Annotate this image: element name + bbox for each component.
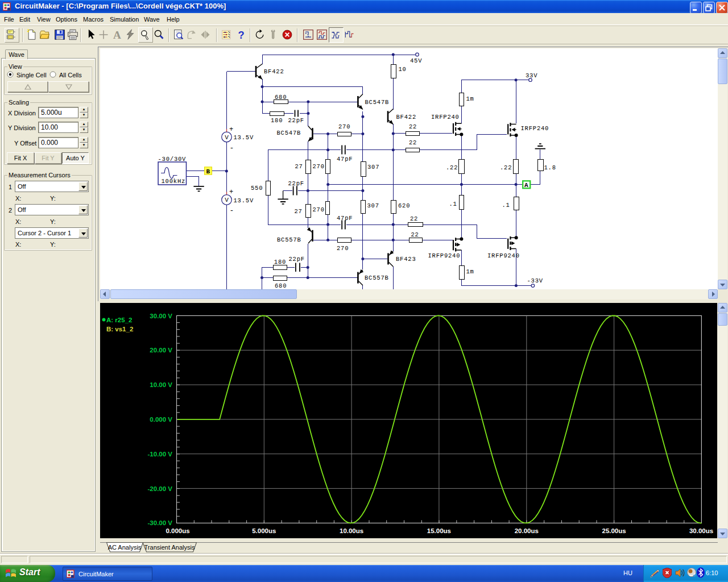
svg-text:+: + bbox=[229, 188, 233, 196]
svg-text:680: 680 bbox=[275, 94, 287, 101]
svg-text:B: B bbox=[206, 168, 210, 175]
svg-text:5.000us: 5.000us bbox=[252, 527, 276, 534]
svg-text:22: 22 bbox=[411, 231, 419, 238]
svg-text:47pF: 47pF bbox=[337, 215, 353, 222]
svg-text:30.00us: 30.00us bbox=[689, 527, 713, 534]
svg-text:BC557B: BC557B bbox=[365, 275, 389, 281]
svg-text:620: 620 bbox=[398, 202, 410, 209]
svg-text:-33V: -33V bbox=[527, 277, 543, 284]
svg-text:.22: .22 bbox=[446, 164, 458, 171]
svg-text:BC547B: BC547B bbox=[365, 99, 390, 106]
svg-text:180: 180 bbox=[271, 117, 283, 124]
svg-text:100kHz: 100kHz bbox=[162, 178, 186, 185]
svg-text:-30.00 V: -30.00 V bbox=[148, 519, 173, 526]
svg-text:15.00us: 15.00us bbox=[427, 527, 451, 534]
svg-text:0.000 V: 0.000 V bbox=[150, 416, 172, 423]
svg-text:180: 180 bbox=[274, 259, 286, 265]
svg-text:307: 307 bbox=[367, 202, 379, 209]
svg-text:A: A bbox=[524, 182, 528, 189]
svg-text:IRFP9240: IRFP9240 bbox=[487, 252, 520, 259]
svg-text:?: ? bbox=[238, 29, 244, 41]
svg-text:1m: 1m bbox=[466, 268, 474, 275]
svg-text:22: 22 bbox=[410, 215, 418, 222]
svg-text:IRFP240: IRFP240 bbox=[431, 114, 460, 120]
svg-text:V: V bbox=[225, 134, 229, 141]
svg-text:270: 270 bbox=[337, 245, 349, 252]
svg-text:27: 27 bbox=[295, 208, 303, 215]
svg-text:10: 10 bbox=[399, 66, 407, 73]
svg-text:Transient Analysis: Transient Analysis bbox=[144, 544, 195, 551]
svg-text:33V: 33V bbox=[526, 72, 537, 79]
svg-text:10.00us: 10.00us bbox=[340, 527, 363, 534]
svg-text:-20.00 V: -20.00 V bbox=[148, 485, 173, 492]
svg-text:IRFP240: IRFP240 bbox=[521, 125, 549, 132]
svg-text:AC Analysis: AC Analysis bbox=[108, 544, 142, 551]
svg-text:V: V bbox=[225, 197, 229, 203]
svg-text:680: 680 bbox=[275, 282, 287, 289]
svg-text:+: + bbox=[229, 126, 233, 134]
svg-text:.22: .22 bbox=[500, 164, 512, 171]
svg-text:.1: .1 bbox=[502, 202, 510, 209]
svg-text:BC547B: BC547B bbox=[277, 130, 301, 136]
svg-text:20.00 V: 20.00 V bbox=[150, 347, 172, 354]
svg-text:13.5V: 13.5V bbox=[234, 134, 254, 141]
svg-text:BF422: BF422 bbox=[264, 68, 284, 75]
svg-text:30.00 V: 30.00 V bbox=[150, 313, 172, 319]
svg-text:A: r25_2: A: r25_2 bbox=[106, 317, 132, 323]
svg-text:0.000us: 0.000us bbox=[166, 527, 189, 534]
svg-text:47pF: 47pF bbox=[337, 156, 353, 163]
svg-text:10.00 V: 10.00 V bbox=[150, 381, 172, 388]
svg-text:307: 307 bbox=[367, 164, 379, 171]
svg-text:BF423: BF423 bbox=[396, 256, 416, 263]
svg-text:-: - bbox=[230, 206, 234, 215]
svg-text:270: 270 bbox=[313, 206, 325, 213]
svg-text:22: 22 bbox=[409, 123, 417, 130]
svg-text:550: 550 bbox=[251, 185, 263, 192]
svg-text:22: 22 bbox=[409, 139, 417, 146]
svg-text:BC557B: BC557B bbox=[277, 236, 301, 243]
svg-text:25.00us: 25.00us bbox=[602, 527, 626, 534]
svg-text:1.8: 1.8 bbox=[544, 164, 556, 171]
svg-text:.1: .1 bbox=[449, 201, 457, 207]
svg-text:27: 27 bbox=[295, 163, 303, 170]
svg-text:IRFP9240: IRFP9240 bbox=[428, 252, 461, 259]
svg-text:45V: 45V bbox=[410, 57, 422, 64]
svg-text:A: A bbox=[113, 29, 121, 41]
svg-text:BF422: BF422 bbox=[396, 114, 417, 120]
svg-text:20.00us: 20.00us bbox=[515, 527, 539, 534]
svg-text:22pF: 22pF bbox=[288, 180, 304, 187]
svg-text:-10.00 V: -10.00 V bbox=[148, 451, 173, 458]
svg-text:22pF: 22pF bbox=[288, 117, 304, 124]
svg-text:-30/30V: -30/30V bbox=[158, 156, 187, 163]
svg-text:270: 270 bbox=[338, 123, 350, 130]
svg-text:B: vs1_2: B: vs1_2 bbox=[106, 326, 133, 332]
svg-text:1m: 1m bbox=[466, 95, 474, 102]
svg-text:-: - bbox=[230, 144, 234, 152]
svg-text:13.5V: 13.5V bbox=[234, 197, 254, 204]
svg-text:270: 270 bbox=[313, 163, 325, 170]
svg-text:22pF: 22pF bbox=[289, 256, 305, 263]
